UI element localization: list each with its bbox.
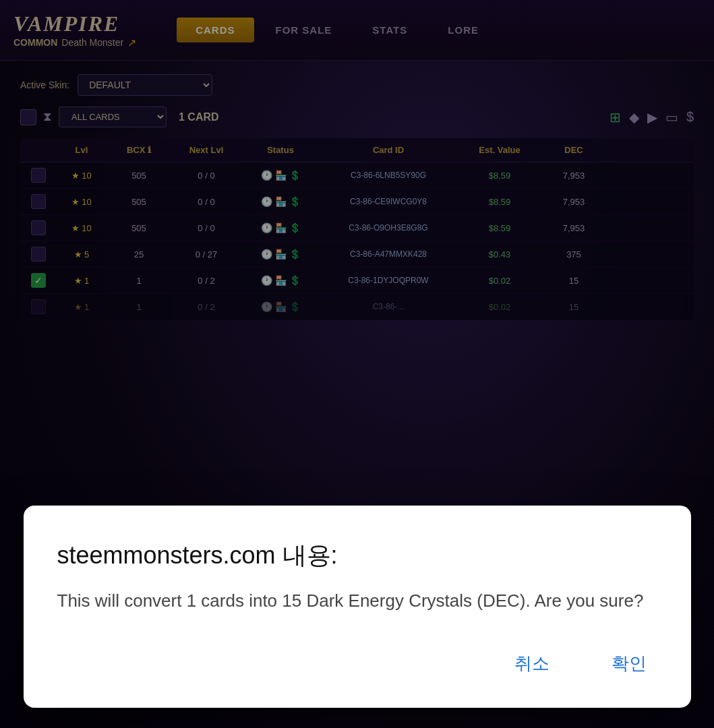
dialog-site-title: steemmonsters.com 내용: — [57, 539, 657, 572]
dialog-buttons: 취소 확인 — [57, 646, 657, 681]
dialog-confirm-button[interactable]: 확인 — [601, 646, 657, 681]
dialog: steemmonsters.com 내용: This will convert … — [24, 506, 691, 708]
dialog-cancel-button[interactable]: 취소 — [504, 646, 560, 681]
dialog-overlay: steemmonsters.com 내용: This will convert … — [0, 0, 714, 728]
dialog-message: This will convert 1 cards into 15 Dark E… — [57, 588, 657, 613]
